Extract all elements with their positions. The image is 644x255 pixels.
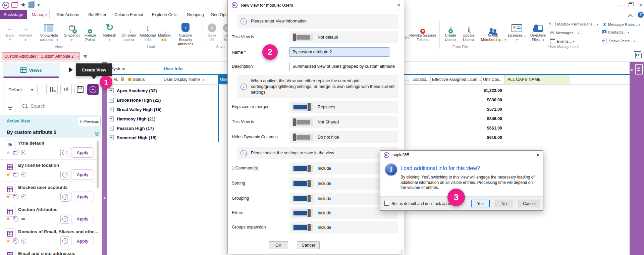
licenses-button[interactable]: Licenses... [506, 20, 527, 42]
save-all-button[interactable]: ✓ SaveAll [205, 20, 219, 42]
apply-button[interactable]: Apply [71, 192, 94, 202]
restore-button[interactable] [627, 2, 634, 8]
collapse-right-panel-bar[interactable]: < [630, 62, 644, 255]
tab-manage[interactable]: Manage [29, 10, 50, 19]
ok-button[interactable]: OK [269, 241, 288, 249]
close-button[interactable] [637, 2, 644, 8]
view-info-button[interactable]: i [60, 214, 70, 224]
contacts-button[interactable]: Contacts... [602, 30, 629, 34]
description-input[interactable] [289, 62, 398, 71]
resize-grip[interactable] [399, 249, 403, 253]
mailbox-info-button[interactable]: ↓ Mailboxinfo [157, 20, 172, 42]
messages-button[interactable]: Messages... [550, 30, 579, 36]
forward-button[interactable]: → Forward [18, 20, 33, 42]
active-filter-chip[interactable]: Custom Attributes :: Custom Attribute 2 … [2, 52, 80, 60]
apply-button[interactable]: Apply [71, 147, 94, 158]
group-row[interactable]: +Apex Academy (33) [109, 86, 157, 95]
replaces-toggle[interactable] [292, 103, 313, 111]
view-item[interactable]: Blocked user accounts i Apply [0, 182, 101, 204]
expand-icon[interactable]: + [109, 116, 114, 121]
on-prem-users-button[interactable]: ↓ On-premusers [119, 20, 138, 42]
list-filter-button[interactable] [4, 100, 16, 112]
column-header-location[interactable]: Locatio... [413, 75, 430, 84]
group-membership-button[interactable]: GroupMembership... [481, 20, 505, 42]
tab-grid-options[interactable]: Grid Opti [211, 10, 227, 19]
previous-view-button[interactable]: Previous [78, 117, 101, 126]
view-item[interactable]: By license location i Apply [0, 160, 101, 182]
star-icon[interactable] [6, 194, 10, 199]
filters-toggle[interactable] [292, 209, 313, 217]
mailbox-permissions-button[interactable]: Mailbox Permissions... [550, 22, 598, 26]
tab-column-format[interactable]: Column Format [114, 10, 144, 19]
column-header-effective-licenses[interactable]: Effective Assigned Licen... [432, 75, 482, 84]
copy-columns-icon[interactable] [28, 2, 35, 8]
minimize-button[interactable] [615, 2, 623, 8]
qat-more-icon[interactable] [35, 2, 42, 8]
column-header-status[interactable]: Status [128, 75, 160, 84]
tab-backstage[interactable]: Backstage [0, 10, 27, 19]
additional-info-button[interactable]: ↓ AdditionalInfo [139, 20, 156, 42]
show-hide-columns-button[interactable]: Show/Hidecolumns... [38, 20, 60, 42]
views-scrollbar[interactable] [97, 141, 99, 188]
group-row[interactable]: +Somerset High (15) [109, 133, 156, 142]
column-group-system[interactable]: System [111, 63, 125, 74]
group-row[interactable]: +Harmony High (21) [109, 114, 156, 123]
trash-icon[interactable] [635, 51, 642, 59]
view-info-button[interactable]: i [60, 192, 70, 202]
message-box-title-bar[interactable]: sapio365 [380, 151, 543, 159]
revoke-session-tokens-button[interactable]: ✕ Revoke SessionTokens [409, 20, 437, 42]
freeze-point-button[interactable]: + FreezePoint [83, 20, 98, 42]
panel-arrow-icon[interactable] [69, 67, 73, 73]
tab-sort-filter[interactable]: Sort/Filter [87, 10, 108, 19]
group-row[interactable]: +Pearson High (17) [109, 123, 154, 133]
view-selector-dropdown[interactable]: Default [4, 84, 38, 95]
help-icon[interactable]: ? [637, 12, 644, 18]
group-row[interactable]: +Brookstone High (22) [109, 95, 161, 105]
view-item[interactable]: Domains of Email, Aliases and othe... i … [0, 226, 101, 248]
collapse-left-panel-bar[interactable]: < [102, 62, 107, 255]
apply-button[interactable]: Apply [71, 236, 94, 246]
star-icon[interactable] [6, 238, 10, 244]
edit-columns-button[interactable] [46, 84, 58, 95]
column-header-lock[interactable] [121, 75, 125, 84]
expand-icon[interactable]: + [109, 135, 114, 140]
expand-icon[interactable]: + [109, 98, 114, 103]
no-button[interactable]: No [495, 200, 513, 207]
apply-button[interactable]: Apply [71, 214, 94, 224]
hide-columns-toggle[interactable] [292, 134, 313, 141]
dialog-close-icon[interactable] [397, 3, 400, 8]
sorting-toggle[interactable] [292, 180, 313, 187]
save-view-button[interactable] [74, 84, 86, 95]
yes-button[interactable]: Yes [471, 200, 490, 207]
message-rules-button[interactable]: Message Rules... [602, 22, 640, 27]
tab-grid-actions[interactable]: Grid Actions [54, 10, 81, 19]
tab-views[interactable]: Views [3, 63, 60, 77]
name-input[interactable] [289, 47, 389, 57]
column-group-user-info[interactable]: User Info [164, 63, 182, 74]
tab-explode-cells[interactable]: Explode Cells [150, 10, 179, 19]
dialog-title-bar[interactable]: New view for module: Users [228, 0, 404, 10]
apply-button[interactable]: Apply [71, 169, 94, 180]
star-icon[interactable] [6, 216, 10, 221]
cancel-button[interactable]: Cancel [519, 200, 540, 207]
dont-ask-again-checkbox[interactable] [384, 201, 389, 206]
column-header-user-display-name[interactable]: User Display Name [164, 75, 216, 84]
expand-icon[interactable]: + [109, 126, 114, 131]
view-item[interactable]: Ytria default i Apply [0, 138, 101, 160]
star-icon[interactable] [6, 172, 10, 177]
grouping-toggle[interactable] [292, 195, 313, 202]
group-row[interactable]: +Great Valley High (15) [109, 105, 162, 114]
collapse-chevrons-icon[interactable] [95, 130, 99, 136]
groups-expansion-toggle[interactable] [292, 224, 313, 231]
undo-view-button[interactable] [60, 84, 72, 95]
message-box-close-icon[interactable] [536, 153, 540, 158]
filter-check-icon[interactable] [19, 2, 27, 8]
expand-icon[interactable]: + [109, 107, 114, 112]
view-item[interactable]: Email and smtp addresses [0, 248, 101, 255]
refresh-button[interactable]: ↻ Refresh [102, 20, 117, 42]
back-button[interactable]: ← Back [3, 20, 17, 42]
default-toggle[interactable] [292, 34, 313, 41]
view-info-button[interactable]: i [60, 148, 70, 157]
snapshot-button[interactable]: + Snapshot [62, 20, 81, 42]
create-users-button[interactable]: + CreateUsers [442, 20, 459, 42]
